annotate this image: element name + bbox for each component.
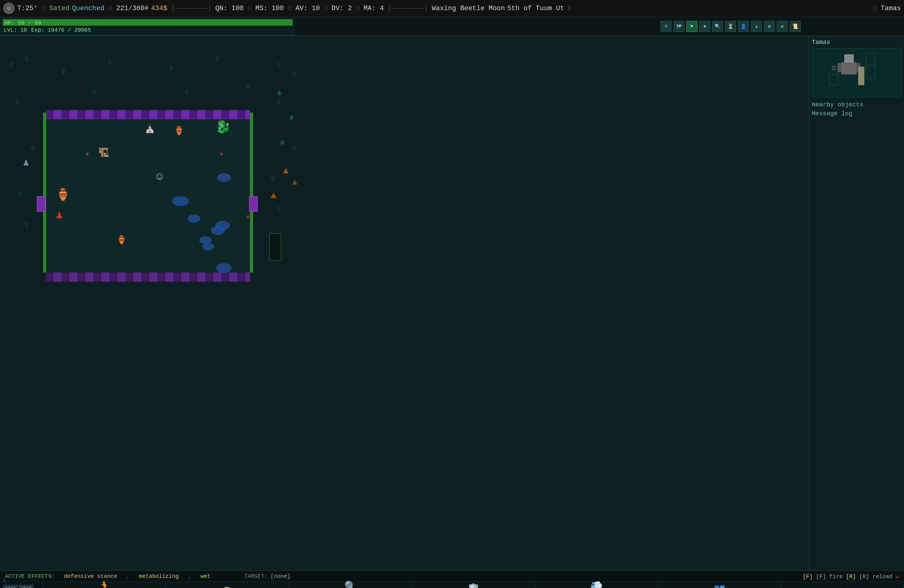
reload-key: [R] xyxy=(846,574,856,580)
avatar: ☺ xyxy=(3,2,15,14)
ability-slot-rifle[interactable]: 🔍 Rifle through Trash on <3> xyxy=(289,582,412,588)
ambient-plant: ψ xyxy=(246,82,250,90)
ability-slot-carapace[interactable]: 🛡️ Tighten Carapace <4> xyxy=(412,582,535,588)
recoil-icon: ↩️ xyxy=(839,583,845,588)
star-button[interactable]: ★ xyxy=(751,21,762,32)
fire-label: [F] fire xyxy=(816,574,842,580)
ambient-plant: ψ xyxy=(25,55,28,62)
temperature: T:25° xyxy=(17,5,38,12)
status-bars: HP: 59 / 59 LVL: 10 Exp: 19476 / 20065 xyxy=(0,17,295,36)
ma-stat: MA: 4 xyxy=(363,5,384,12)
header-icon-row: ⁞⁞ Tamas xyxy=(871,4,901,13)
sprint-icon: 🏃 xyxy=(98,580,111,588)
char-weapon xyxy=(858,67,864,85)
person-button[interactable]: 👤 xyxy=(738,21,749,32)
sidebar-character-display: ◫ xyxy=(812,48,902,98)
game-area-wrapper: ψ ψ ψ ψ ψ ψ ψ ψ ψ ψ ψ ψ ψ ψ ψ ψ ψ ψ ψ ψ … xyxy=(0,36,809,570)
hp-bar-fill xyxy=(3,19,292,25)
makecamp-icon: ⛺ xyxy=(221,583,234,588)
ability-slot-sleepgas[interactable]: 💨 Release Sleep Gas off <5> xyxy=(535,582,658,588)
rifle-icon: 🔍 xyxy=(345,580,357,588)
puddle-1 xyxy=(217,173,231,182)
abilities-row: A ⊞Tab ⊞Tab ABILITIES ▲ ▼ page 1 of 2 🏃 … xyxy=(0,582,904,588)
bottom-status-row: ACTIVE EFFECTS: defensive stance , metab… xyxy=(0,571,904,582)
map-button[interactable]: 🗺 xyxy=(673,21,684,32)
effect-metabolizing: metabolizing xyxy=(139,573,179,579)
wall-right xyxy=(250,112,253,272)
puddle-2 xyxy=(172,196,189,206)
player-character: ☺ xyxy=(156,172,163,183)
ambient-plant: ψ xyxy=(169,64,173,72)
entity-monster: 🐉 xyxy=(215,122,231,134)
ambient-plant: ψ xyxy=(62,67,65,75)
bottom-bar: ACTIVE EFFECTS: defensive stance , metab… xyxy=(0,570,904,588)
left-figure: ♟ xyxy=(23,156,29,169)
room-floor xyxy=(46,112,250,272)
carapace-icon: 🛡️ xyxy=(467,583,480,588)
ambient-plant: ψ xyxy=(15,98,19,106)
door-left xyxy=(37,196,46,212)
scroll-button[interactable]: 📜 xyxy=(790,21,801,32)
door-right xyxy=(249,196,258,212)
hourglass-button[interactable]: ⏳ xyxy=(725,21,736,32)
wall-bottom xyxy=(46,272,250,282)
compass-button[interactable]: ⊕ xyxy=(764,21,775,32)
moon-icon: ☽ xyxy=(567,4,571,13)
puddle-5 xyxy=(211,226,225,235)
circle-button[interactable]: ● xyxy=(699,21,710,32)
qn-stat: QN: 100 xyxy=(215,5,243,12)
wall-left xyxy=(43,112,46,272)
door-bottom-right xyxy=(269,233,281,261)
flag-button[interactable]: ⚑ xyxy=(686,21,697,32)
top-bar: ☺ T:25° ⁞⁞ Sated Quenched ⁞⁞ 221/360# 43… xyxy=(0,0,904,17)
ambient-plant: ψ xyxy=(215,55,219,62)
toolbar-icons: ≡ 🗺 ⚑ ● 🔍 ⏳ 👤 ★ ⊕ ⇄ 📜 xyxy=(295,17,806,36)
ambient-plant: ψ xyxy=(185,89,188,96)
reload-label: [R] reload xyxy=(859,574,892,580)
floor-dots xyxy=(46,112,250,272)
date-display: 5th of Tuum Ut xyxy=(507,5,564,12)
search-button[interactable]: 🔍 xyxy=(712,21,723,32)
slot-body xyxy=(866,67,875,79)
arrows-button[interactable]: ⇄ xyxy=(777,21,788,32)
ambient-plant: ψ xyxy=(277,61,281,69)
hp-bar-text: HP: 59 / 59 xyxy=(5,20,41,26)
char-body xyxy=(841,62,857,74)
char-arm-l xyxy=(838,63,842,72)
dv-stat: DV: 2 xyxy=(332,5,352,12)
ability-slot-recoil[interactable]: ↩️ Recoil <7> xyxy=(781,582,904,588)
game-viewport[interactable]: ψ ψ ψ ψ ψ ψ ψ ψ ψ ψ ψ ψ ψ ψ ψ ψ ψ ψ ψ ψ … xyxy=(0,36,809,570)
lvl-display: LVL: 10 xyxy=(2,27,27,33)
ambient-plant: ψ xyxy=(292,144,296,152)
next-page-button[interactable]: ⊞Tab xyxy=(19,585,34,588)
main-layout: ψ ψ ψ ψ ψ ψ ψ ψ ψ ψ ψ ψ ψ ψ ψ ψ ψ ψ ψ ψ … xyxy=(0,36,904,570)
target-label: TARGET: xyxy=(245,573,268,579)
hp-display: 221/360# xyxy=(116,5,149,12)
fugue-icon: 👥 xyxy=(713,583,725,588)
slot-head xyxy=(866,53,875,65)
entity-altar: ⛪ xyxy=(144,125,155,133)
puddle-3 xyxy=(188,215,201,223)
entity-vase-bottom: 🏺 xyxy=(116,236,127,245)
nearby-objects-label[interactable]: Nearby objects xyxy=(812,101,902,108)
fire-reload-hint: [F] [F] fire [R] [R] reload ↵ xyxy=(803,573,899,580)
ambient-plant: ψ xyxy=(107,58,112,65)
prev-page-button[interactable]: ⊞Tab xyxy=(3,585,18,588)
message-log-label[interactable]: Message log xyxy=(812,110,902,117)
sidebar: Tamas ◫ Nearby objects Message log xyxy=(809,36,904,570)
entity-red-figure: ♟ xyxy=(56,210,63,221)
arrow-icon: ↵ xyxy=(896,574,899,580)
wall-top xyxy=(46,110,250,119)
sleepgas-icon: 💨 xyxy=(590,580,603,588)
ability-slot-fugue[interactable]: 👥 Temporal Fugue <6> xyxy=(658,582,781,588)
ambient-plant: ψ xyxy=(25,221,28,229)
ability-slot-makecamp[interactable]: ⛺ Make Camp <2> xyxy=(166,582,289,588)
exp-display: Exp: 19476 / 20065 xyxy=(30,27,91,33)
ability-slot-sprint[interactable]: 🏃 Sprint off <1> xyxy=(43,582,166,588)
gold-display: 434$ xyxy=(151,5,167,12)
ambient-plant: ψ xyxy=(31,144,35,152)
hamburger-button[interactable]: ≡ xyxy=(661,21,672,32)
flame-decor: ♣ xyxy=(277,89,282,98)
status-sated: Sated xyxy=(49,5,70,12)
fire-key: [F] xyxy=(803,574,813,580)
